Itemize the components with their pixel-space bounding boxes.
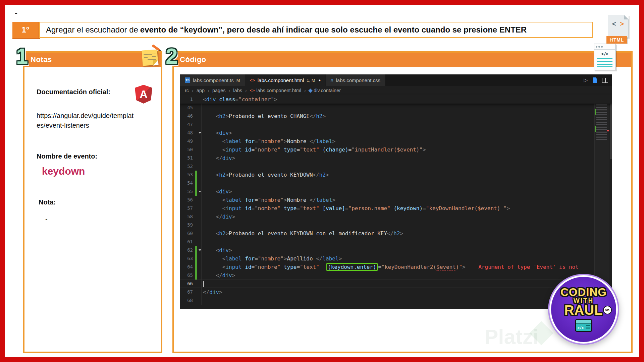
code-token: < [216, 247, 219, 253]
code-line[interactable]: 53 <h2>Probando el evento KEYDOWN</h2> [180, 171, 612, 179]
tab-labs-component-ts[interactable]: TS labs.component.ts M [180, 74, 245, 86]
fold-chevron-icon[interactable] [197, 246, 203, 254]
breadcrumb-label: labs [233, 88, 242, 93]
code-line[interactable]: 54 [180, 179, 612, 187]
breadcrumb-item[interactable]: <>labs.component.html [250, 88, 301, 93]
code-brackets-icon: < > [606, 20, 631, 28]
code-token: div [219, 247, 229, 253]
tab-labs-component-css[interactable]: # labs.component.css [326, 74, 385, 86]
code-text: </div> [203, 271, 612, 280]
code-text: <h2>Probando el evento KEYDOWN con el mo… [203, 229, 612, 238]
code-line[interactable]: 63 <label for="nombre">Apellido </label> [180, 254, 612, 263]
code-token: </ [310, 113, 316, 119]
code-token: > [284, 255, 287, 262]
code-line[interactable]: 67</div> [180, 288, 612, 296]
line-number: 65 [180, 271, 193, 280]
code-line[interactable]: 64 <input id="nombre" type="text" (keydo… [180, 263, 612, 271]
minimap-error-mark [607, 130, 609, 131]
logo-sr-badge: SR [603, 306, 612, 314]
unsaved-dot-icon[interactable]: ● [318, 78, 321, 82]
code-line[interactable]: 59 [180, 221, 612, 229]
code-line[interactable]: 52 [180, 162, 612, 171]
code-line[interactable]: 45 [180, 104, 612, 112]
line-number: 48 [180, 129, 193, 137]
line-number: 45 [180, 104, 193, 112]
code-token: > [274, 96, 277, 103]
code-line[interactable]: 1<div class="container"> [180, 95, 612, 104]
code-line[interactable]: 62 <div> [180, 246, 612, 254]
code-token: </ [216, 214, 222, 220]
breadcrumb-item[interactable]: div.container [309, 88, 341, 93]
code-line[interactable]: 50 <input id="nombre" type="text" (chang… [180, 145, 612, 154]
code-text: <div> [203, 129, 612, 137]
code-line[interactable]: 65 </div> [180, 271, 612, 280]
code-token: </ [310, 138, 316, 144]
line-number: 66 [180, 280, 193, 288]
chevron-right-icon: › [192, 88, 194, 93]
step-title: Agregar el escuchador de evento de “keyd… [39, 22, 593, 38]
fold-chevron-icon[interactable] [197, 187, 203, 196]
fold-gutter [197, 296, 203, 305]
code-line[interactable]: 51 </div> [180, 154, 612, 162]
logo-line3: RAUL SR [564, 304, 603, 316]
code-token: div [209, 289, 219, 295]
code-token [203, 197, 222, 203]
code-token: for [245, 138, 255, 144]
code-token: > [462, 264, 466, 270]
line-number: 57 [180, 204, 193, 213]
code-token: > [423, 146, 426, 153]
doc-url-link[interactable]: https://angular.dev/guide/templates/even… [37, 111, 137, 130]
scrollbar-thumb[interactable] [610, 95, 612, 159]
code-line[interactable]: 56 <label for="nombre">Nombre </label> [180, 196, 612, 204]
code-token: = [297, 205, 300, 212]
ts-file-icon: TS [185, 77, 190, 83]
sticky-line: 1<div class="container"> [180, 95, 612, 104]
code-line[interactable]: 66 [180, 280, 612, 288]
line-number: 63 [180, 254, 193, 263]
fold-gutter [197, 204, 203, 213]
code-token: > [332, 138, 335, 144]
code-text: <input id="nombre" type="text" (keydown.… [203, 263, 612, 271]
code-token: for [245, 255, 255, 262]
vertical-scrollbar[interactable] [609, 95, 612, 309]
code-line[interactable]: 55 <div> [180, 187, 612, 196]
code-line[interactable]: 47 [180, 120, 612, 129]
code-line[interactable]: 61 [180, 238, 612, 246]
code-token: Nombre [287, 197, 310, 203]
code-line[interactable]: 60 <h2>Probando el evento KEYDOWN con el… [180, 229, 612, 238]
code-token: type [284, 205, 297, 212]
angular-logo-icon: A [135, 85, 152, 104]
breadcrumb-item[interactable]: pages [212, 88, 226, 93]
line-number: 58 [180, 213, 193, 221]
fold-gutter [197, 171, 203, 179]
breadcrumb-item[interactable]: app [197, 88, 205, 93]
code-line[interactable]: 68 [180, 296, 612, 305]
code-line[interactable]: 49 <label for="nombre">Nombre </label> [180, 137, 612, 145]
code-token: = [252, 264, 255, 270]
html-file-icon: <> [250, 78, 255, 83]
code-card-lines [597, 58, 612, 67]
chevron-right-icon: › [245, 88, 247, 93]
fold-chevron-icon[interactable] [197, 129, 203, 137]
code-token: < [203, 96, 206, 103]
code-token: Argument of type 'Event' is not [478, 264, 579, 270]
code-token: Apellido [287, 255, 316, 262]
code-line[interactable]: 58 </div> [180, 213, 612, 221]
code-line[interactable]: 57 <input id="nombre" type="text" [value… [180, 204, 612, 213]
menu-lines-icon [586, 325, 590, 330]
code-text: <h2>Probando el evento KEYDOWN</h2> [203, 171, 612, 179]
run-icon[interactable]: ▷ [584, 77, 588, 83]
breadcrumb-item[interactable]: rc [185, 88, 189, 93]
breadcrumb-item[interactable]: labs [233, 88, 242, 93]
code-text: <div> [203, 246, 612, 254]
code-line[interactable]: 48 <div> [180, 129, 612, 137]
fold-gutter [197, 271, 203, 280]
split-editor-icon[interactable] [602, 78, 608, 83]
code-line[interactable]: 46 <h2>Probando el evento CHANGE</h2> [180, 112, 612, 120]
tab-labs-component-html[interactable]: <> labs.component.html 1, M ● [245, 74, 326, 86]
open-changes-icon[interactable] [593, 77, 597, 83]
line-number: 53 [180, 171, 193, 179]
code-token: label [225, 138, 241, 144]
code-token: = [378, 264, 382, 270]
note-label: Nota: [39, 198, 152, 206]
